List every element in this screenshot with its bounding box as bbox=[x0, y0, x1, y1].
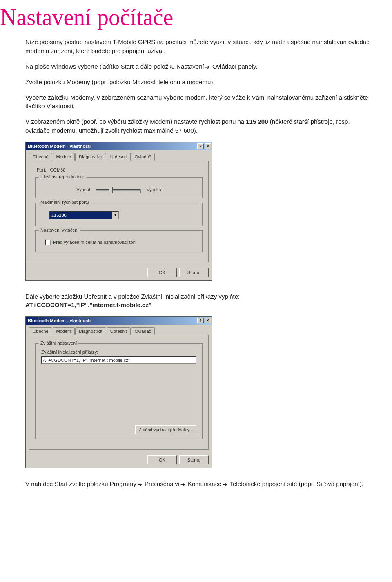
intro-paragraph: Níže popsaný postup nastavení T-Mobile G… bbox=[25, 38, 373, 56]
text: Ovládací panely. bbox=[211, 63, 258, 70]
volume-high-label: Vysoká bbox=[147, 187, 161, 192]
group-title: Zvláštní nastavení bbox=[39, 341, 78, 346]
port-value: COM30 bbox=[50, 167, 65, 172]
init-commands-input[interactable] bbox=[41, 356, 196, 364]
tab-diagnostics[interactable]: Diagnostika bbox=[75, 153, 106, 161]
tab-general[interactable]: Obecné bbox=[29, 327, 52, 335]
extra-settings-group: Zvláštní nastavení Zvláštní inicializačn… bbox=[35, 343, 203, 439]
chevron-down-icon[interactable]: ▼ bbox=[112, 212, 118, 219]
port-label: Port: bbox=[37, 167, 46, 172]
help-button[interactable]: ? bbox=[197, 318, 204, 323]
modem-properties-dialog-2: Bluetooth Modem - vlastnosti ? ✕ Obecné … bbox=[25, 316, 212, 468]
arrow-icon: ➔ bbox=[223, 480, 227, 488]
max-port-speed-group: Maximální rychlost portu 115200 ▼ bbox=[35, 203, 203, 226]
arrow-icon: ➔ bbox=[180, 480, 185, 488]
tabstrip: Obecné Modem Diagnostika Upřesnit Ovlada… bbox=[29, 153, 209, 161]
close-button[interactable]: ✕ bbox=[205, 318, 211, 323]
ok-button[interactable]: OK bbox=[147, 455, 177, 464]
init-commands-label: Zvláštní inicializační příkazy: bbox=[41, 350, 196, 355]
text: Komunikace bbox=[186, 480, 222, 487]
slider-thumb[interactable] bbox=[109, 187, 113, 193]
page-title: Nastavení počítače bbox=[0, 0, 392, 38]
tab-diagnostics[interactable]: Diagnostika bbox=[75, 327, 106, 335]
help-button[interactable]: ? bbox=[197, 143, 204, 149]
speaker-volume-group: Hlasitost reproduktoru Vypnut Vysoká bbox=[35, 177, 203, 198]
tab-driver[interactable]: Ovladač bbox=[131, 153, 155, 161]
checkbox-label: Před vytáčením čekat na oznamovací tón bbox=[53, 240, 136, 245]
tab-advanced[interactable]: Upřesnit bbox=[107, 153, 131, 161]
port-speed-value: 115 200 bbox=[246, 118, 268, 125]
text: Příslušenství bbox=[143, 480, 180, 487]
dial-settings-group: Nastavení vytáčení Před vytáčením čekat … bbox=[35, 230, 203, 252]
text: Dále vyberte záložku Upřesnit a v položc… bbox=[25, 293, 240, 300]
tab-advanced[interactable]: Upřesnit bbox=[107, 327, 131, 335]
arrow-icon: ➔ bbox=[137, 480, 142, 488]
tab-driver[interactable]: Ovladač bbox=[131, 327, 155, 335]
text: Telefonické připojení sítě (popř. Síťová… bbox=[228, 480, 363, 487]
text: V zobrazeném okně (popř. po výběru zálož… bbox=[25, 118, 246, 125]
arrow-icon: ➔ bbox=[205, 63, 210, 71]
ok-button[interactable]: OK bbox=[147, 268, 177, 277]
cancel-button[interactable]: Storno bbox=[179, 455, 209, 464]
dialog-title: Bluetooth Modem - vlastnosti bbox=[28, 144, 91, 149]
volume-low-label: Vypnut bbox=[76, 187, 90, 192]
group-title: Nastavení vytáčení bbox=[39, 227, 80, 232]
text: Na ploše Windows vyberte tlačítko Start … bbox=[25, 63, 204, 70]
step-advanced-tab: Dále vyberte záložku Upřesnit a v položc… bbox=[25, 292, 373, 310]
volume-slider[interactable] bbox=[96, 186, 141, 193]
step-select-modem: Vyberte záložku Modemy, v zobrazeném sez… bbox=[25, 93, 373, 111]
step-programs-path: V nabídce Start zvolte položku Programy➔… bbox=[25, 479, 373, 488]
text: V nabídce Start zvolte položku Programy bbox=[25, 480, 136, 487]
cancel-button[interactable]: Storno bbox=[179, 268, 209, 277]
change-defaults-button[interactable]: Změnit výchozí předvolby... bbox=[135, 425, 196, 434]
tab-modem[interactable]: Modem bbox=[53, 327, 75, 335]
step-modems: Zvolte položku Modemy (popř. položku Mož… bbox=[25, 78, 373, 87]
step-start-settings: Na ploše Windows vyberte tlačítko Start … bbox=[25, 62, 373, 71]
step-port-speed: V zobrazeném okně (popř. po výběru zálož… bbox=[25, 117, 373, 135]
tabstrip: Obecné Modem Diagnostika Upřesnit Ovlada… bbox=[29, 327, 209, 335]
titlebar: Bluetooth Modem - vlastnosti ? ✕ bbox=[26, 142, 212, 150]
dialog-title: Bluetooth Modem - vlastnosti bbox=[28, 318, 91, 323]
tab-body: Port: COM30 Hlasitost reproduktoru Vypnu… bbox=[29, 161, 209, 262]
modem-properties-dialog-1: Bluetooth Modem - vlastnosti ? ✕ Obecné … bbox=[25, 142, 212, 281]
tab-body: Zvláštní nastavení Zvláštní inicializačn… bbox=[29, 335, 209, 450]
wait-dialtone-checkbox[interactable] bbox=[45, 240, 51, 245]
group-title: Maximální rychlost portu bbox=[39, 200, 91, 205]
at-command: AT+CGDCONT=1,"IP","internet.t-mobile.cz" bbox=[25, 301, 151, 308]
titlebar: Bluetooth Modem - vlastnosti ? ✕ bbox=[26, 317, 212, 325]
tab-modem[interactable]: Modem bbox=[53, 153, 75, 161]
port-speed-combo[interactable]: 115200 ▼ bbox=[49, 211, 119, 219]
tab-general[interactable]: Obecné bbox=[29, 153, 52, 161]
group-title: Hlasitost reproduktoru bbox=[39, 174, 86, 179]
close-button[interactable]: ✕ bbox=[205, 143, 211, 149]
combo-value: 115200 bbox=[51, 213, 67, 218]
